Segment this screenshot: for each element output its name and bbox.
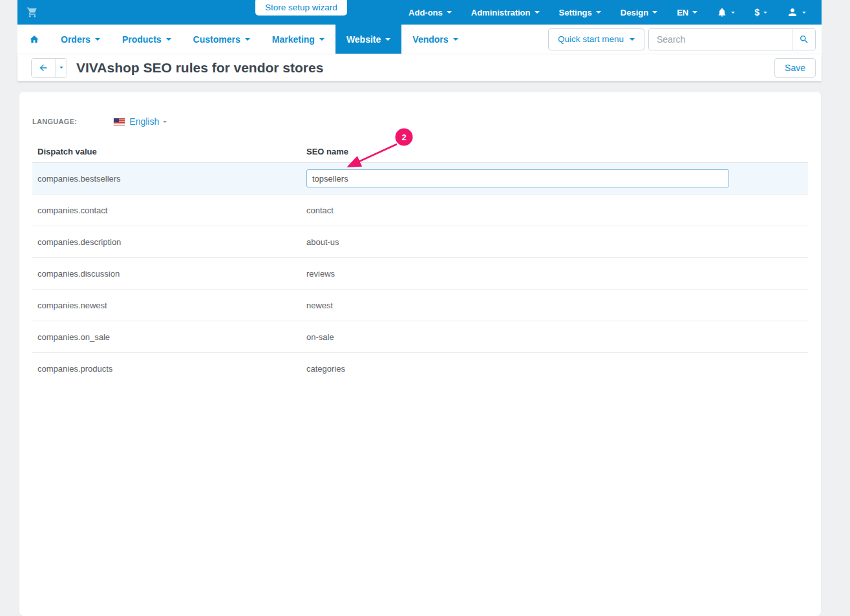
- main-nav: Orders Products Customers Marketing Webs…: [17, 25, 822, 54]
- chevron-down-icon: [453, 38, 458, 41]
- chevron-down-icon: [731, 12, 735, 14]
- back-button[interactable]: [32, 59, 55, 77]
- nav-customers-label: Customers: [193, 34, 240, 45]
- language-selector-row: LANGUAGE: English: [32, 116, 808, 127]
- nav-products-label: Products: [122, 34, 162, 45]
- nav-customers[interactable]: Customers: [182, 25, 261, 54]
- chevron-down-icon: [166, 38, 171, 41]
- chevron-down-icon: [95, 38, 100, 41]
- menu-addons-label: Add-ons: [409, 8, 443, 17]
- seo-name-cell[interactable]: on-sale: [301, 332, 808, 342]
- seo-name-cell[interactable]: reviews: [301, 269, 808, 279]
- nav-products[interactable]: Products: [111, 25, 182, 54]
- chevron-down-icon: [630, 38, 635, 41]
- menu-settings-label: Settings: [559, 8, 592, 17]
- menu-design-label: Design: [621, 8, 648, 17]
- search-icon: [799, 34, 809, 45]
- table-row: companies.newest newest: [32, 290, 808, 321]
- quick-start-menu-button[interactable]: Quick start menu: [548, 28, 644, 50]
- currency-menu[interactable]: $: [754, 7, 767, 17]
- quick-start-menu-label: Quick start menu: [558, 34, 624, 44]
- us-flag-icon[interactable]: [114, 118, 125, 125]
- chevron-down-icon: [535, 11, 540, 14]
- table-row: companies.on_sale on-sale: [32, 321, 808, 353]
- menu-language-label: EN: [677, 8, 688, 17]
- account-menu[interactable]: [787, 6, 806, 18]
- seo-name-cell[interactable]: newest: [301, 301, 808, 310]
- dispatch-value-cell: companies.products: [32, 364, 301, 374]
- nav-website-label: Website: [346, 34, 381, 45]
- content-panel: LANGUAGE: English Dispatch value SEO nam…: [19, 92, 821, 616]
- chevron-down-icon: [447, 11, 452, 14]
- home-icon: [29, 34, 39, 45]
- chevron-down-icon: [245, 38, 250, 41]
- top-menu: Add-ons Administration Settings Design E…: [409, 6, 822, 18]
- nav-orders[interactable]: Orders: [50, 25, 111, 54]
- seo-name-cell: [301, 169, 808, 187]
- user-icon: [787, 6, 798, 18]
- notifications-menu[interactable]: [717, 7, 735, 17]
- nav-right-tools: Quick start menu: [548, 25, 822, 54]
- chevron-down-icon: [59, 67, 63, 69]
- chevron-down-icon: [763, 12, 767, 14]
- save-button[interactable]: Save: [774, 58, 816, 78]
- dispatch-value-cell: companies.description: [32, 237, 301, 247]
- nav-vendors[interactable]: Vendors: [401, 25, 469, 54]
- search-box: [648, 28, 816, 50]
- arrow-left-icon: [38, 63, 48, 73]
- nav-website-active[interactable]: Website: [335, 25, 401, 54]
- dispatch-value-cell: companies.newest: [32, 301, 301, 310]
- menu-administration[interactable]: Administration: [471, 8, 540, 17]
- currency-symbol: $: [754, 7, 760, 17]
- chevron-down-icon: [652, 11, 657, 14]
- menu-settings[interactable]: Settings: [559, 8, 601, 17]
- table-row: companies.discussion reviews: [32, 258, 808, 290]
- home-button[interactable]: [17, 25, 50, 54]
- bell-icon: [717, 7, 727, 17]
- header-chrome: Store setup wizard Add-ons Administratio…: [17, 0, 822, 81]
- table-row: companies.contact contact: [32, 195, 808, 226]
- dispatch-value-cell: companies.contact: [32, 206, 301, 215]
- table-row: companies.bestsellers: [32, 163, 808, 195]
- chevron-down-icon: [385, 38, 390, 41]
- language-label: LANGUAGE:: [32, 118, 77, 125]
- back-dropdown-button[interactable]: [55, 59, 67, 77]
- dispatch-value-cell: companies.discussion: [32, 269, 301, 279]
- nav-orders-label: Orders: [61, 34, 90, 45]
- seo-name-cell[interactable]: contact: [301, 206, 808, 215]
- chevron-down-icon: [163, 121, 167, 123]
- menu-addons[interactable]: Add-ons: [409, 8, 452, 17]
- table-row: companies.description about-us: [32, 226, 808, 258]
- dispatch-value-cell: companies.on_sale: [32, 332, 301, 342]
- search-input[interactable]: [649, 29, 792, 50]
- chevron-down-icon: [802, 12, 806, 14]
- language-dropdown[interactable]: English: [129, 116, 167, 127]
- search-button[interactable]: [792, 29, 815, 50]
- seo-name-cell[interactable]: categories: [301, 364, 808, 374]
- back-button-group: [31, 58, 67, 78]
- chevron-down-icon: [319, 38, 324, 41]
- menu-language-en[interactable]: EN: [677, 8, 697, 17]
- seo-rules-table: Dispatch value SEO name companies.bestse…: [32, 141, 808, 385]
- column-header-seo: SEO name: [301, 147, 808, 156]
- store-setup-wizard-button[interactable]: Store setup wizard: [255, 0, 347, 16]
- nav-vendors-label: Vendors: [412, 34, 448, 45]
- column-header-dispatch: Dispatch value: [32, 147, 301, 156]
- menu-design[interactable]: Design: [621, 8, 657, 17]
- chevron-down-icon: [596, 11, 601, 14]
- table-row: companies.products categories: [32, 353, 808, 385]
- table-header-row: Dispatch value SEO name: [32, 141, 808, 163]
- dispatch-value-cell: companies.bestsellers: [32, 174, 301, 184]
- language-value: English: [129, 116, 159, 127]
- title-bar: VIVAshop SEO rules for vendor stores Sav…: [17, 54, 822, 81]
- admin-page: { "topbar": { "wizard_button": "Store se…: [0, 0, 850, 616]
- seo-name-cell[interactable]: about-us: [301, 237, 808, 247]
- top-bar: Store setup wizard Add-ons Administratio…: [17, 0, 822, 25]
- seo-name-input[interactable]: [306, 169, 729, 187]
- menu-administration-label: Administration: [471, 8, 531, 17]
- nav-marketing[interactable]: Marketing: [261, 25, 335, 54]
- nav-marketing-label: Marketing: [272, 34, 315, 45]
- chevron-down-icon: [692, 11, 697, 14]
- cart-icon[interactable]: [27, 6, 38, 18]
- page-title: VIVAshop SEO rules for vendor stores: [76, 60, 323, 76]
